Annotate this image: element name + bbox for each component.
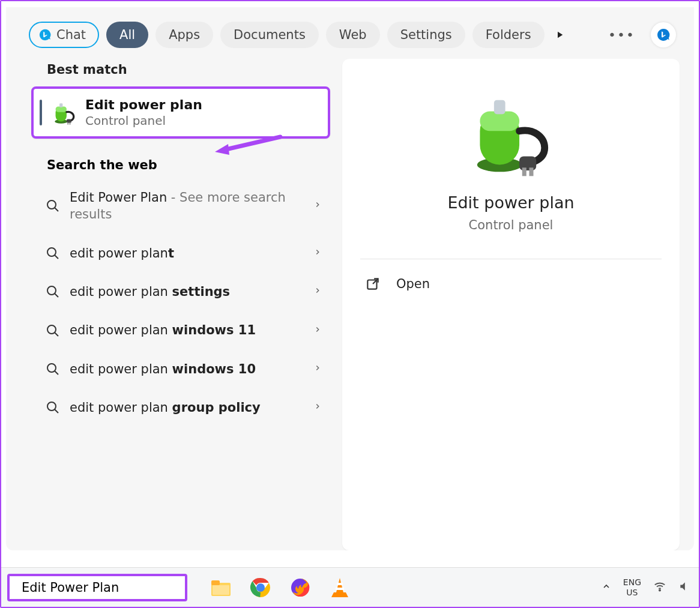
search-icon (46, 284, 60, 299)
filter-tab-all[interactable]: All (106, 22, 148, 48)
svg-line-16 (55, 371, 58, 375)
overflow-menu-button[interactable]: ••• (600, 28, 644, 43)
svg-rect-22 (494, 100, 505, 114)
web-result[interactable]: edit power plan windows 10 (30, 350, 330, 388)
taskbar-apps (209, 576, 352, 600)
svg-rect-24 (522, 167, 527, 176)
web-result-text: edit power plan windows 11 (70, 322, 304, 339)
svg-rect-33 (211, 580, 220, 585)
best-match-heading: Best match (47, 62, 330, 77)
web-result-text: edit power plant (70, 245, 304, 262)
svg-rect-3 (59, 103, 62, 107)
search-icon (46, 246, 60, 260)
svg-rect-25 (529, 167, 533, 176)
results-left-column: Best match Edit power plan Contr (30, 59, 330, 550)
svg-rect-4 (67, 119, 71, 123)
web-result[interactable]: edit power plan settings (30, 272, 330, 311)
taskbar-search-input[interactable] (22, 580, 183, 595)
chat-label: Chat (56, 28, 86, 42)
chevron-right-icon (313, 323, 322, 339)
chevron-right-icon (313, 400, 322, 415)
chevron-right-icon (313, 284, 322, 299)
web-result[interactable]: edit power plan windows 11 (30, 311, 330, 349)
svg-rect-6 (70, 122, 71, 124)
taskbar: ENG US (1, 567, 699, 607)
filter-tab-settings[interactable]: Settings (387, 22, 465, 48)
svg-point-13 (47, 325, 56, 334)
svg-line-18 (55, 409, 58, 413)
svg-marker-42 (331, 592, 348, 597)
chat-button[interactable]: Chat (29, 22, 99, 48)
svg-line-8 (55, 208, 58, 211)
web-result[interactable]: Edit Power Plan - See more search result… (30, 178, 330, 234)
preview-pane: Edit power plan Control panel Open (342, 59, 680, 550)
svg-point-11 (47, 286, 56, 295)
search-icon (46, 199, 60, 213)
best-match-title: Edit power plan (85, 97, 202, 112)
svg-point-9 (47, 248, 56, 256)
search-web-heading: Search the web (47, 158, 330, 172)
open-external-icon (365, 276, 381, 292)
tray-overflow-icon[interactable] (602, 582, 611, 594)
filter-tab-documents[interactable]: Documents (220, 22, 319, 48)
system-tray: ENG US (602, 577, 693, 597)
svg-line-14 (55, 333, 58, 336)
svg-rect-40 (337, 583, 343, 585)
open-label: Open (396, 277, 430, 291)
web-result[interactable]: edit power plan group policy (30, 388, 330, 427)
bing-icon (38, 28, 52, 41)
svg-point-15 (47, 364, 56, 372)
preview-subtitle: Control panel (469, 218, 554, 232)
best-match-subtitle: Control panel (85, 113, 202, 128)
web-result[interactable]: edit power plant (30, 234, 330, 272)
web-result-text: Edit Power Plan - See more search result… (70, 189, 304, 223)
best-match-text: Edit power plan Control panel (85, 97, 202, 128)
svg-rect-23 (519, 157, 536, 170)
wifi-icon[interactable] (653, 580, 666, 595)
web-result-text: edit power plan settings (70, 283, 304, 300)
chevron-right-icon (313, 245, 322, 261)
svg-rect-34 (213, 585, 229, 595)
svg-rect-41 (336, 588, 344, 590)
svg-point-7 (47, 200, 56, 209)
web-result-text: edit power plan windows 10 (70, 361, 304, 378)
file-explorer-icon[interactable] (209, 576, 233, 600)
power-plan-icon-large (466, 89, 556, 179)
search-icon (46, 324, 60, 338)
open-action[interactable]: Open (360, 259, 662, 309)
svg-line-12 (55, 293, 58, 297)
chevron-right-icon (313, 361, 322, 377)
svg-line-10 (55, 255, 58, 259)
web-result-text: edit power plan group policy (70, 399, 304, 416)
filter-tab-folders[interactable]: Folders (472, 22, 545, 48)
chevron-right-icon (313, 198, 322, 214)
search-icon (46, 400, 60, 415)
svg-rect-21 (480, 112, 519, 131)
power-plan-icon (52, 100, 77, 125)
bing-chat-corner-button[interactable] (651, 22, 676, 47)
filter-tab-web[interactable]: Web (326, 22, 380, 48)
language-indicator[interactable]: ENG US (623, 577, 641, 597)
results-body: Best match Edit power plan Contr (6, 59, 694, 550)
best-match-result[interactable]: Edit power plan Control panel (31, 86, 330, 139)
preview-title: Edit power plan (447, 193, 574, 212)
filter-tab-apps[interactable]: Apps (155, 22, 213, 48)
search-icon (46, 362, 60, 376)
vlc-icon[interactable] (328, 576, 352, 600)
volume-icon[interactable] (678, 580, 690, 595)
taskbar-search-box[interactable] (7, 574, 187, 601)
firefox-icon[interactable] (288, 576, 312, 600)
more-filters-expand-icon[interactable] (552, 27, 567, 43)
chrome-icon[interactable] (249, 576, 273, 600)
svg-rect-5 (67, 122, 68, 124)
web-results-list: Edit Power Plan - See more search result… (30, 178, 330, 427)
search-flyout: Chat All Apps Documents Web Settings Fol… (6, 7, 694, 550)
svg-point-43 (659, 589, 660, 591)
svg-rect-2 (56, 106, 67, 112)
svg-point-17 (47, 402, 56, 411)
filter-row: Chat All Apps Documents Web Settings Fol… (6, 7, 694, 59)
